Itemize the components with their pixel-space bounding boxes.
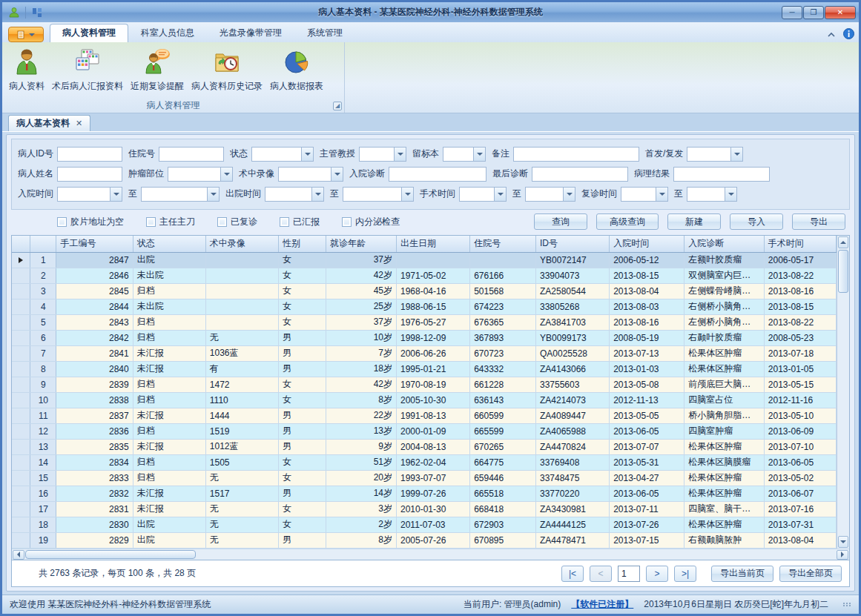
combo-input[interactable] (57, 187, 122, 202)
table-row[interactable]: 182830出院无女2岁2011-07-03672903ZA4444125201… (12, 517, 837, 532)
combo-dropdown-button[interactable] (207, 188, 219, 201)
column-header-9[interactable]: ID号 (535, 236, 609, 252)
quick-access-icon[interactable] (30, 5, 44, 20)
horizontal-scroll-thumb[interactable] (25, 550, 196, 559)
text-input[interactable] (57, 147, 122, 162)
column-header-0[interactable] (12, 236, 30, 252)
column-header-4[interactable]: 术中录像 (205, 236, 278, 252)
table-row[interactable]: 92839归档1472女42岁1970-08-19661228337556032… (12, 377, 837, 392)
dialog-launcher-icon[interactable]: ◢ (333, 102, 342, 110)
column-header-12[interactable]: 手术时间 (764, 236, 836, 252)
vertical-scrollbar[interactable] (837, 236, 849, 549)
scroll-right-icon[interactable] (837, 550, 848, 560)
table-row[interactable]: 102838归档1110女8岁2005-10-30636143ZA4214073… (12, 392, 837, 408)
table-row[interactable]: 152833归档无女20岁1993-07-0765944633748475201… (12, 470, 837, 486)
ribbon-tab-1[interactable]: 科室人员信息 (128, 24, 207, 42)
app-menu-button[interactable] (8, 27, 44, 42)
combo-input[interactable] (278, 167, 343, 182)
table-row[interactable]: 192829出院无男8岁2005-07-26670895ZA4478471201… (12, 532, 837, 548)
combo-input[interactable] (168, 167, 233, 182)
scroll-left-icon[interactable] (13, 550, 24, 560)
table-row[interactable]: 82840未汇报有男18岁1995-01-21643332ZA414306620… (12, 361, 837, 377)
maximize-button[interactable]: ❐ (803, 6, 824, 19)
ribbon-tab-3[interactable]: 系统管理 (294, 24, 355, 42)
column-header-6[interactable]: 就诊年龄 (326, 236, 396, 252)
combo-dropdown-button[interactable] (725, 188, 736, 201)
close-button[interactable]: ✕ (825, 6, 856, 19)
table-row[interactable]: 52843归档女37岁1976-05-27676365ZA38417032013… (12, 314, 837, 330)
minimize-button[interactable]: ─ (782, 6, 802, 19)
combo-dropdown-button[interactable] (401, 188, 413, 201)
registered-link[interactable]: 【软件已注册】 (571, 598, 633, 611)
table-row[interactable]: 162832未汇报1517男14岁1999-07-266655183377022… (12, 486, 837, 501)
ribbon-button-4[interactable]: 病人数据报表 (266, 45, 327, 95)
combo-dropdown-button[interactable] (656, 188, 667, 201)
column-header-10[interactable]: 入院时间 (610, 236, 684, 252)
action-button-0[interactable]: 查询 (534, 213, 587, 230)
table-row[interactable]: 172831未汇报无女3岁2010-01-30668418ZA343098120… (12, 501, 837, 517)
combo-input[interactable] (459, 187, 507, 202)
ribbon-button-2[interactable]: 近期复诊提醒 (127, 45, 188, 95)
combo-input[interactable] (687, 187, 737, 202)
table-row[interactable]: 12847出院女37岁YB00721472006-05-12左额叶胶质瘤2006… (12, 252, 837, 268)
scroll-down-icon[interactable] (838, 536, 848, 548)
column-header-8[interactable]: 住院号 (470, 236, 536, 252)
checkbox-4[interactable]: 内分泌检查 (342, 216, 400, 228)
text-input[interactable] (57, 167, 122, 182)
ribbon-button-0[interactable]: 病人资料 (5, 45, 48, 95)
next-page-button[interactable]: > (646, 566, 668, 582)
scroll-up-icon[interactable] (838, 236, 848, 248)
text-input[interactable] (673, 167, 770, 182)
vertical-scroll-thumb[interactable] (838, 250, 848, 293)
table-row[interactable]: 22846未出院女42岁1971-05-02676166339040732013… (12, 268, 837, 283)
text-input[interactable] (513, 147, 639, 162)
column-header-3[interactable]: 状态 (133, 236, 205, 252)
export-current-page-button[interactable]: 导出当前页 (711, 566, 773, 582)
export-all-pages-button[interactable]: 导出全部页 (779, 566, 842, 582)
table-row[interactable]: 142834归档1505女51岁1962-02-0466477533769408… (12, 454, 837, 470)
action-button-3[interactable]: 导入 (730, 213, 783, 230)
checkbox-1[interactable]: 主任主刀 (146, 216, 195, 228)
app-icon[interactable] (7, 5, 22, 20)
combo-dropdown-button[interactable] (494, 188, 506, 201)
tab-close-icon[interactable]: ✕ (76, 119, 82, 128)
checkbox-3[interactable]: 已汇报 (280, 216, 320, 228)
action-button-1[interactable]: 高级查询 (596, 213, 659, 230)
table-row[interactable]: 122836归档1519男13岁2000-01-09665599ZA406598… (12, 423, 837, 439)
combo-input[interactable] (443, 147, 486, 162)
combo-dropdown-button[interactable] (563, 188, 575, 201)
combo-dropdown-button[interactable] (730, 148, 742, 161)
text-input[interactable] (532, 167, 628, 182)
combo-input[interactable] (343, 187, 414, 202)
combo-dropdown-button[interactable] (473, 148, 485, 161)
action-button-4[interactable]: 导出 (792, 213, 845, 230)
page-number-input[interactable] (618, 566, 640, 582)
last-page-button[interactable]: >| (674, 566, 696, 582)
ribbon-tab-2[interactable]: 光盘录像带管理 (207, 24, 294, 42)
resize-grip[interactable] (843, 603, 851, 606)
ribbon-button-1[interactable]: 术后病人汇报资料 (48, 45, 127, 95)
table-row[interactable]: 42844未出院女25岁1988-06-15674223338052682013… (12, 299, 837, 314)
column-header-11[interactable]: 入院诊断 (684, 236, 764, 252)
table-row[interactable]: 62842归档无男10岁1998-12-09367893YB0099173200… (12, 330, 837, 345)
combo-input[interactable] (359, 147, 406, 162)
ribbon-tab-0[interactable]: 病人资料管理 (50, 24, 128, 42)
checkbox-2[interactable]: 已复诊 (217, 216, 257, 228)
combo-input[interactable] (621, 187, 668, 202)
action-button-2[interactable]: 新建 (667, 213, 721, 230)
document-tab[interactable]: 病人基本资料 ✕ (8, 115, 90, 131)
combo-dropdown-button[interactable] (301, 148, 313, 161)
text-input[interactable] (159, 147, 224, 162)
text-input[interactable] (389, 167, 486, 182)
table-row[interactable]: 112837未汇报1444男22岁1991-08-13660599ZA40894… (12, 408, 837, 423)
first-page-button[interactable]: |< (561, 566, 584, 582)
prev-page-button[interactable]: < (590, 566, 612, 582)
combo-input[interactable] (687, 147, 743, 162)
combo-dropdown-button[interactable] (110, 188, 122, 201)
ribbon-button-3[interactable]: 病人资料历史记录 (188, 45, 266, 95)
horizontal-scrollbar[interactable] (12, 549, 849, 560)
combo-input[interactable] (251, 147, 314, 162)
combo-dropdown-button[interactable] (311, 188, 323, 201)
combo-dropdown-button[interactable] (331, 168, 343, 181)
combo-dropdown-button[interactable] (220, 168, 232, 181)
